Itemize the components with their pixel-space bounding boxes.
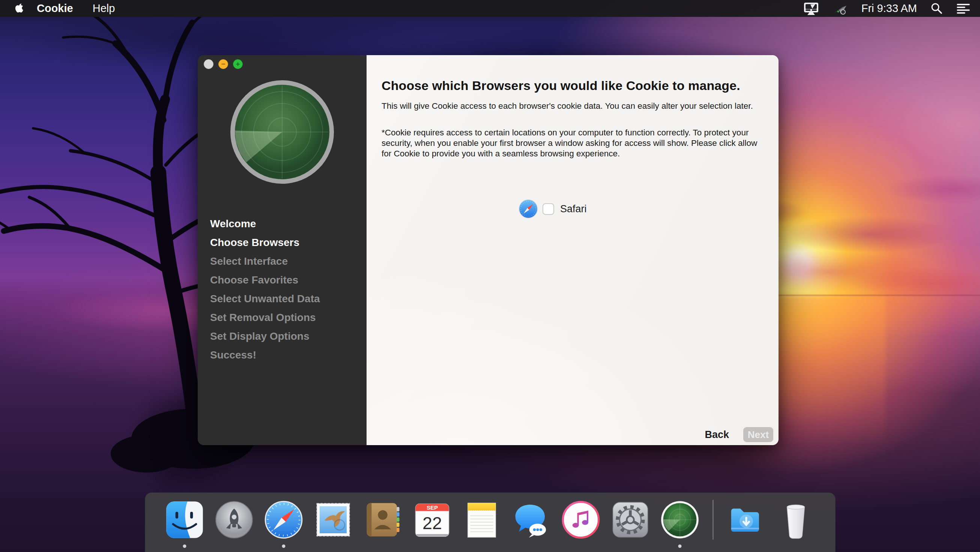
safari-checkbox[interactable] [542, 203, 554, 215]
browser-row-safari: Safari [519, 199, 587, 219]
spotlight-search-icon[interactable] [931, 2, 943, 14]
running-indicator [183, 544, 186, 548]
minimize-button[interactable]: − [218, 59, 228, 69]
menubar-app-name[interactable]: Cookie [37, 2, 73, 14]
dock-trash-icon[interactable] [776, 500, 816, 549]
window-sidebar: − + [198, 55, 367, 445]
wizard-step-choose-browsers: Choose Browsers [210, 233, 320, 252]
dock-finder-icon[interactable] [165, 500, 204, 549]
dock-messages-icon[interactable] [511, 500, 551, 549]
back-button[interactable]: Back [705, 429, 729, 441]
calendar-day: 22 [422, 513, 442, 533]
apple-icon [14, 3, 24, 14]
wizard-step-select-unwanted-data: Select Unwanted Data [210, 290, 320, 308]
dock-launchpad-icon[interactable] [214, 500, 254, 549]
wizard-step-list: Welcome Choose Browsers Select Interface… [210, 214, 320, 365]
menubar-menu-help[interactable]: Help [93, 2, 115, 14]
security-note-paragraph: *Cookie requires access to certain locat… [382, 127, 760, 159]
wizard-step-set-removal-options: Set Removal Options [210, 308, 320, 327]
zoom-button[interactable]: + [233, 59, 243, 69]
wizard-step-set-display-options: Set Display Options [210, 327, 320, 346]
cookie-setup-window: − + [198, 55, 778, 445]
wizard-step-select-interface: Select Interface [210, 252, 320, 271]
notification-center-icon[interactable] [956, 3, 970, 14]
wizard-step-choose-favorites: Choose Favorites [210, 271, 320, 290]
wizard-footer: Back Next [705, 427, 773, 442]
dock-itunes-icon[interactable] [561, 500, 601, 549]
description-paragraph: This will give Cookie access to each bro… [382, 101, 760, 111]
running-indicator [282, 544, 286, 548]
dock-contacts-icon[interactable] [363, 500, 402, 549]
dock-cookie-icon[interactable] [660, 500, 700, 549]
page-title: Choose which Browsers you would like Coo… [382, 78, 740, 93]
menu-bar: Cookie Help [0, 0, 980, 17]
display-status-icon[interactable] [803, 2, 819, 15]
window-content: Choose which Browsers you would like Coo… [367, 55, 778, 445]
safari-icon [519, 199, 538, 219]
menubar-clock[interactable]: Fri 9:33 AM [861, 2, 917, 14]
close-button[interactable] [204, 59, 213, 69]
dock-mail-icon[interactable] [313, 500, 353, 549]
safari-label: Safari [560, 203, 587, 215]
wizard-step-success: Success! [210, 346, 320, 365]
dock-safari-icon[interactable] [264, 500, 304, 549]
wizard-step-welcome: Welcome [210, 214, 320, 233]
cookie-radar-logo [230, 79, 335, 184]
next-button[interactable]: Next [743, 427, 773, 442]
calendar-month: SEP [426, 505, 438, 511]
window-controls: − + [204, 59, 243, 69]
running-indicator [678, 544, 682, 548]
dock-system-preferences-icon[interactable] [611, 500, 650, 549]
dock-separator [713, 500, 714, 539]
desktop: Cookie Help [0, 0, 980, 552]
apple-menu[interactable] [5, 3, 32, 14]
dock: SEP 22 [145, 492, 835, 552]
screen-recorder-status-icon[interactable] [833, 2, 848, 15]
dock-calendar-icon[interactable]: SEP 22 [412, 500, 452, 549]
dock-notes-icon[interactable] [462, 500, 502, 549]
dock-downloads-icon[interactable] [726, 500, 766, 549]
